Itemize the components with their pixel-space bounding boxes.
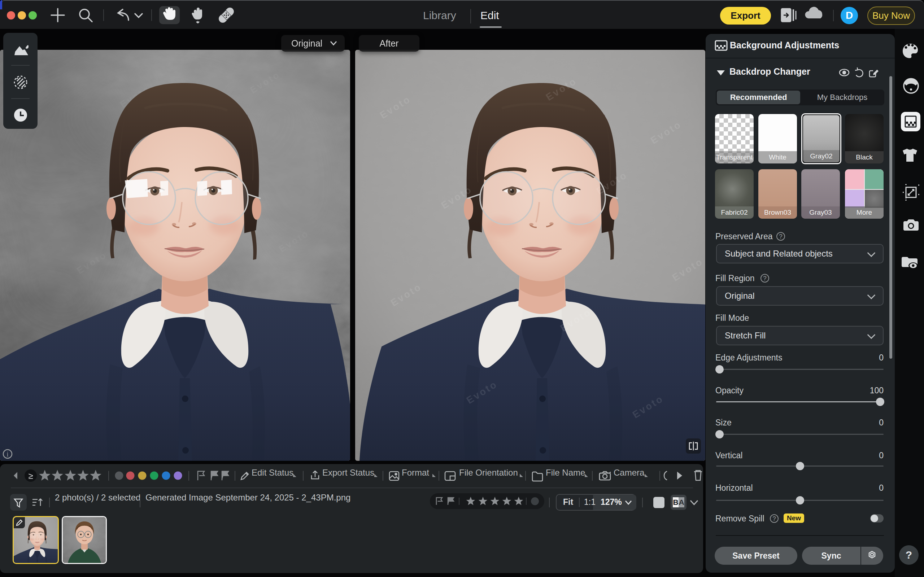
- svg-text:?: ?: [906, 549, 912, 561]
- svg-text:≥: ≥: [28, 471, 33, 481]
- svg-text:i: i: [6, 451, 8, 458]
